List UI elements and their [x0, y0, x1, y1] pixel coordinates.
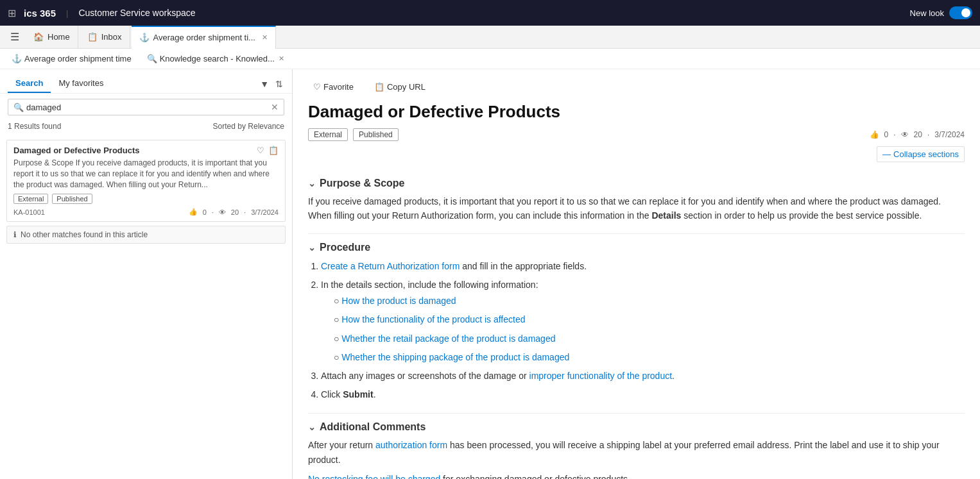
collapse-icon: —	[882, 149, 891, 159]
article-stats: 👍 0 · 👁 20 · 3/7/2024	[870, 130, 965, 139]
favorite-label: Favorite	[323, 82, 354, 92]
section-procedure-title: Procedure	[320, 242, 370, 253]
shipping-pkg-link[interactable]: Whether the shipping package of the prod…	[341, 352, 569, 362]
article-title: Damaged or Defective Products	[308, 102, 965, 122]
how-damaged-link[interactable]: How the product is damaged	[341, 296, 456, 306]
result-excerpt: Purpose & Scope If you receive damaged p…	[13, 158, 279, 190]
favorite-heart-icon: ♡	[313, 82, 321, 92]
search-controls: ▼ ⇅	[259, 75, 284, 93]
new-look-label: New look	[910, 8, 944, 18]
search-magnifier-icon: 🔍	[13, 103, 24, 112]
article-like-icon: 👍	[870, 130, 879, 139]
tab-inbox-label: Inbox	[101, 32, 122, 42]
section-purpose-title: Purpose & Scope	[320, 178, 404, 189]
section-purpose-header[interactable]: ⌄ Purpose & Scope	[308, 178, 965, 189]
tag-published: Published	[52, 194, 92, 204]
inbox-icon: 📋	[87, 32, 98, 42]
tab-shipment-close[interactable]: ✕	[262, 33, 268, 42]
meta-dot2: ·	[244, 208, 246, 216]
result-meta-right: 👍 0 · 👁 20 · 3/7/2024	[189, 208, 279, 216]
shipment-icon: ⚓	[139, 33, 150, 42]
search-clear-icon[interactable]: ✕	[271, 102, 279, 112]
article-views: 20	[914, 130, 922, 139]
section-procedure-body: Create a Return Authorization form and f…	[308, 258, 965, 403]
procedure-step-2: In the details section, include the foll…	[321, 277, 965, 366]
nav-menu-icon[interactable]: ☰	[5, 27, 24, 47]
sort-icon[interactable]: ⇅	[274, 78, 284, 90]
sub-tab-knowledge-label: Knowledge search - Knowled...	[160, 54, 275, 63]
tab-inbox[interactable]: 📋 Inbox	[80, 26, 130, 49]
app-launcher-icon[interactable]: ⊞	[8, 7, 16, 19]
tab-shipment-label: Average order shipment ti...	[153, 33, 255, 42]
functionality-link[interactable]: How the functionality of the product is …	[341, 314, 525, 324]
article-meta-row: External Published 👍 0 · 👁 20 · 3/7/2024	[308, 128, 965, 141]
article-date: 3/7/2024	[934, 130, 965, 139]
chevron-down-icon: ⌄	[308, 178, 316, 189]
sub-tab-knowledge-search[interactable]: 🔍 Knowledge search - Knowled... ✕	[141, 49, 291, 69]
tag-external: External	[13, 194, 48, 204]
divider: |	[66, 8, 68, 18]
sub-tab-search-icon: 🔍	[147, 54, 157, 63]
tab-home[interactable]: 🏠 Home	[26, 26, 78, 49]
tab-shipment[interactable]: ⚓ Average order shipment ti... ✕	[132, 26, 276, 49]
sub-item-1: How the product is damaged	[334, 293, 965, 309]
improper-func-link[interactable]: improper functionality of the product	[529, 371, 673, 381]
result-views: 20	[231, 208, 239, 216]
auth-form-link[interactable]: authorization form	[375, 440, 447, 450]
workspace-name: Customer Service workspace	[78, 8, 195, 18]
result-meta: KA-01001 👍 0 · 👁 20 · 3/7/2024	[13, 208, 279, 216]
tab-home-label: Home	[47, 32, 70, 42]
retail-pkg-link[interactable]: Whether the retail package of the produc…	[341, 333, 555, 344]
procedure-step-3: Attach any images or screenshots of the …	[321, 368, 965, 384]
info-icon: ℹ	[13, 230, 17, 239]
section-additional-title: Additional Comments	[320, 421, 426, 433]
sub-item-4: Whether the shipping package of the prod…	[334, 349, 965, 366]
collapse-label: Collapse sections	[893, 149, 959, 159]
sub-tab-avg-shipment[interactable]: ⚓ Average order shipment time	[5, 49, 138, 69]
collapse-sections-button[interactable]: — Collapse sections	[877, 146, 965, 162]
result-favorite-icon[interactable]: ♡	[257, 146, 264, 155]
results-list: Damaged or Defective Products ♡ 📋 Purpos…	[0, 135, 292, 479]
like-icon: 👍	[189, 208, 198, 216]
copy-url-button[interactable]: 📋 Copy URL	[369, 80, 431, 94]
sub-tab-bar: ⚓ Average order shipment time 🔍 Knowledg…	[0, 49, 980, 69]
favorite-button[interactable]: ♡ Favorite	[308, 80, 359, 94]
search-input-row: 🔍 ✕	[8, 99, 284, 115]
result-item[interactable]: Damaged or Defective Products ♡ 📋 Purpos…	[6, 140, 286, 222]
chevron-down-icon-2: ⌄	[308, 242, 316, 253]
section-purpose: ⌄ Purpose & Scope If you receive damaged…	[308, 178, 965, 223]
left-panel: Search My favorites ▼ ⇅ 🔍 ✕ 1 Results fo…	[0, 69, 293, 479]
results-info: 1 Results found Sorted by Relevance	[0, 121, 292, 135]
article-badges: External Published	[308, 128, 399, 141]
chevron-down-icon-3: ⌄	[308, 422, 316, 432]
search-header: Search My favorites ▼ ⇅	[0, 69, 292, 94]
top-bar-right: New look	[910, 6, 972, 19]
procedure-step-1: Create a Return Authorization form and f…	[321, 258, 965, 274]
view-icon: 👁	[219, 208, 226, 216]
no-restocking-link[interactable]: No restocking fee will be charged	[308, 474, 440, 479]
divider-2	[308, 413, 965, 414]
copy-url-icon: 📋	[374, 82, 384, 92]
right-panel: ♡ Favorite 📋 Copy URL Damaged or Defecti…	[293, 69, 980, 479]
result-copy-icon[interactable]: 📋	[268, 146, 279, 155]
top-bar: ⊞ ics 365 | Customer Service workspace N…	[0, 0, 980, 26]
badge-published: Published	[353, 128, 399, 141]
section-additional-body: After your return authorization form has…	[308, 438, 965, 479]
filter-icon[interactable]: ▼	[259, 78, 270, 90]
search-input[interactable]	[26, 103, 271, 112]
section-purpose-body: If you receive damaged products, it is i…	[308, 194, 965, 223]
result-header: Damaged or Defective Products ♡ 📋	[13, 146, 279, 155]
results-count: 1 Results found	[8, 122, 61, 131]
result-title: Damaged or Defective Products	[13, 146, 257, 155]
sub-tab-knowledge-close[interactable]: ✕	[279, 55, 284, 63]
tab-search[interactable]: Search	[8, 74, 51, 93]
section-additional-header[interactable]: ⌄ Additional Comments	[308, 421, 965, 433]
sub-item-2: How the functionality of the product is …	[334, 312, 965, 328]
meta-dot1: ·	[212, 208, 214, 216]
result-tags: External Published	[13, 194, 279, 204]
tab-my-favorites[interactable]: My favorites	[51, 74, 111, 93]
badge-external: External	[308, 128, 348, 141]
section-procedure-header[interactable]: ⌄ Procedure	[308, 242, 965, 253]
return-auth-link[interactable]: Create a Return Authorization form	[321, 261, 460, 271]
new-look-toggle[interactable]	[949, 6, 972, 19]
